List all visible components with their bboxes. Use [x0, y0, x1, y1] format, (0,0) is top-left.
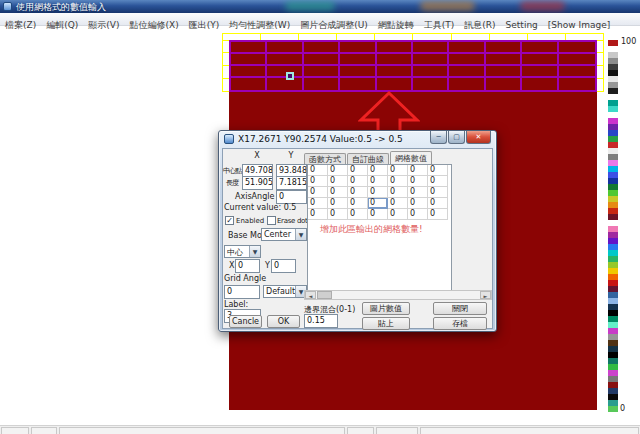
grid-cell[interactable]: 0 [388, 198, 408, 209]
grid-cell[interactable]: 0 [348, 176, 368, 187]
grid-cell[interactable]: 0 [348, 198, 368, 209]
window-titlebar[interactable]: 使用網格式的數值輸入 [0, 0, 640, 13]
grid-cell[interactable]: 0 [308, 165, 328, 176]
canvas-grid-cell[interactable] [231, 78, 267, 90]
grid-cell[interactable]: 0 [368, 176, 388, 187]
canvas-grid-cell[interactable] [559, 42, 595, 54]
ok-button[interactable]: OK [267, 315, 300, 328]
grid-cell[interactable]: 0 [388, 165, 408, 176]
grid-cell[interactable]: 0 [428, 165, 448, 176]
length-y-input[interactable]: 7.1815 [276, 176, 307, 190]
offset-y-input[interactable]: 0 [271, 259, 296, 273]
canvas-grid-cell[interactable] [231, 42, 267, 54]
grid-cell[interactable]: 0 [408, 198, 428, 209]
grid-cell[interactable]: 0 [408, 165, 428, 176]
menu-item-10[interactable]: 訊息(R) [459, 19, 500, 31]
grid-cell[interactable]: 0 [328, 209, 348, 220]
canvas-grid-cell[interactable] [340, 42, 376, 54]
grid-angle-input[interactable]: 0 [224, 285, 260, 299]
grid-cell[interactable]: 0 [428, 209, 448, 220]
canvas-grid-cell[interactable] [304, 78, 340, 90]
grid-cell[interactable]: 0 [428, 198, 448, 209]
grid-cell[interactable]: 0 [328, 187, 348, 198]
canvas-grid-cell[interactable] [522, 66, 558, 78]
canvas-grid-cell[interactable] [340, 78, 376, 90]
canvas-grid-cell[interactable] [522, 42, 558, 54]
canvas-grid-cell[interactable] [231, 66, 267, 78]
grid-cell[interactable]: 0 [428, 176, 448, 187]
canvas-grid-cell[interactable] [377, 54, 413, 66]
scroll-left-icon[interactable]: ◄ [305, 291, 316, 299]
grid-cell[interactable]: 0 [428, 187, 448, 198]
menu-item-3[interactable]: 顯示(V) [83, 19, 124, 31]
grid-cell[interactable]: 0 [328, 176, 348, 187]
grid-cell[interactable]: 0 [368, 187, 388, 198]
canvas-grid-cell[interactable] [231, 54, 267, 66]
tab-2[interactable]: 自訂曲線 [347, 153, 389, 164]
canvas-grid-cell[interactable] [486, 42, 522, 54]
grid-cell[interactable]: 0 [408, 187, 428, 198]
axis-angle-input[interactable]: 0 [276, 190, 307, 204]
image-values-button[interactable]: 圖片數值 [362, 302, 410, 315]
grid-cell[interactable]: 0 [308, 176, 328, 187]
canvas-grid-cell[interactable] [377, 42, 413, 54]
maximize-button[interactable]: ▢ [448, 131, 465, 144]
color-palette-strip[interactable] [608, 40, 618, 412]
grid-cell[interactable]: 0 [408, 176, 428, 187]
canvas-grid-cell[interactable] [486, 66, 522, 78]
canvas-grid-cell[interactable] [267, 42, 303, 54]
offset-x-input[interactable]: 0 [235, 259, 260, 273]
minimize-button[interactable]: ─ [430, 131, 447, 144]
canvas-grid-cell[interactable] [267, 54, 303, 66]
tab-1[interactable]: 函數方式 [304, 153, 346, 164]
menu-item-6[interactable]: 均勻性調整(W) [224, 19, 295, 31]
erase-dots-checkbox[interactable] [267, 216, 276, 225]
canvas-grid-cell[interactable] [340, 54, 376, 66]
canvas-grid-cell[interactable] [377, 66, 413, 78]
scroll-right-icon[interactable]: ► [480, 291, 491, 299]
canvas-grid-cell[interactable] [559, 66, 595, 78]
grid-cell[interactable]: 0 [408, 209, 428, 220]
save-button[interactable]: 存檔 [433, 317, 487, 330]
menu-item-8[interactable]: 網點旋轉 [373, 19, 419, 31]
anchor-select[interactable]: 中心 ▼ [224, 245, 261, 258]
canvas-grid-cell[interactable] [522, 78, 558, 90]
canvas-grid-cell[interactable] [304, 66, 340, 78]
canvas-grid-cell[interactable] [486, 78, 522, 90]
canvas-grid-cell[interactable] [413, 42, 449, 54]
canvas-grid-cell[interactable] [559, 78, 595, 90]
canvas-grid-cell[interactable] [486, 54, 522, 66]
canvas-grid-cell[interactable] [559, 54, 595, 66]
grid-cell[interactable]: 0 [388, 176, 408, 187]
canvas-grid-cell[interactable] [413, 66, 449, 78]
menu-item-2[interactable]: 編輯(Q) [41, 19, 83, 31]
grid-cell[interactable]: 0 [328, 198, 348, 209]
grid-cell[interactable]: 0 [328, 165, 348, 176]
canvas-grid-cell[interactable] [522, 54, 558, 66]
canvas-grid-cell[interactable] [377, 78, 413, 90]
canvas-grid-cell[interactable] [449, 54, 485, 66]
grid-cell[interactable]: 0 [348, 187, 368, 198]
enabled-checkbox[interactable]: ✓ [225, 216, 234, 225]
tab-3[interactable]: 網格數值 [390, 151, 432, 164]
grid-cell[interactable]: 0 [388, 209, 408, 220]
horizontal-scrollbar[interactable]: ◄ ► [304, 290, 492, 300]
length-x-input[interactable]: 51.9055 [242, 176, 273, 190]
grid-cell[interactable]: 0 [368, 209, 388, 220]
menu-item-12[interactable]: [Show Image] [543, 19, 615, 31]
canvas-grid-cell[interactable] [304, 42, 340, 54]
grid-cell[interactable]: 0 [348, 209, 368, 220]
menu-item-5[interactable]: 匯出(Y) [184, 19, 225, 31]
base-mode-select[interactable]: Center ▼ [261, 228, 307, 241]
menu-item-11[interactable]: Setting [501, 19, 543, 31]
grid-cell[interactable]: 0 [368, 165, 388, 176]
canvas-grid-cell[interactable] [413, 54, 449, 66]
grid-angle-mode-select[interactable]: Default ▼ [263, 285, 307, 298]
cancel-button[interactable]: Cancle [229, 315, 262, 328]
close-button[interactable]: ✕ [466, 131, 491, 144]
menu-item-4[interactable]: 點位編修(X) [125, 19, 184, 31]
canvas-grid-cell[interactable] [413, 78, 449, 90]
blend-input[interactable]: 0.15 [304, 314, 338, 328]
canvas-grid-cell[interactable] [449, 78, 485, 90]
menu-item-1[interactable]: 檔案(Z) [0, 19, 41, 31]
